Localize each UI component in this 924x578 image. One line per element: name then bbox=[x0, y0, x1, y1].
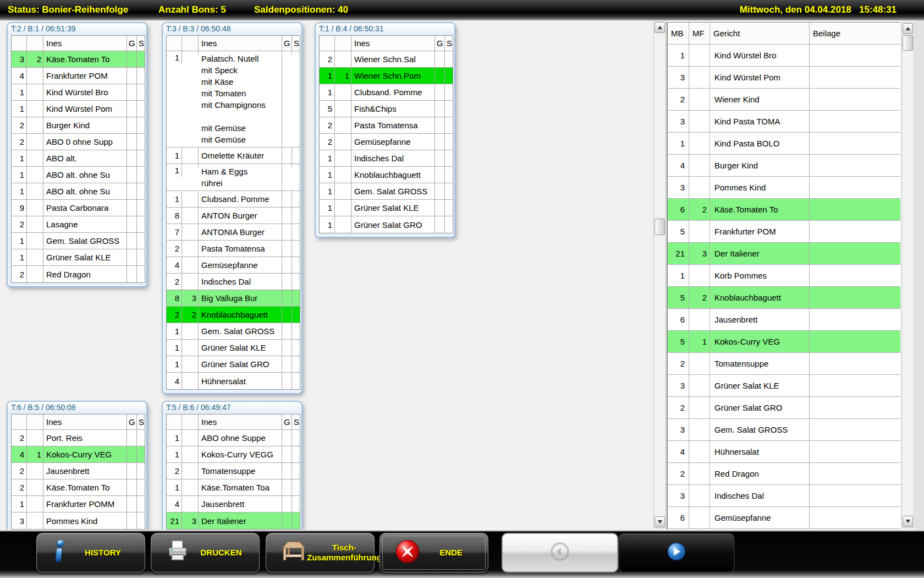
bon-row[interactable]: 4Hühnersalat bbox=[167, 373, 300, 389]
bon-row[interactable]: 1Kind Würstel Bro bbox=[12, 84, 145, 101]
summary-row[interactable]: 4Hühnersalat bbox=[668, 441, 900, 463]
tickets-scrollbar[interactable] bbox=[653, 21, 666, 528]
summary-row[interactable]: 52Knoblauchbaguett bbox=[668, 287, 900, 309]
tickets-scrollbar-thumb[interactable] bbox=[654, 219, 665, 235]
scroll-down-icon[interactable] bbox=[654, 516, 665, 527]
bon-row[interactable]: 8ANTON Burger bbox=[167, 208, 300, 224]
bon-row[interactable]: 1Knoblauchbaguett bbox=[320, 167, 453, 183]
bon-row[interactable]: 1Ham & Eggsrührei bbox=[167, 164, 300, 191]
bon-row[interactable]: 1ABO ohne Suppe bbox=[167, 430, 300, 446]
summary-row[interactable]: 1Kind Pasta BOLO bbox=[668, 133, 900, 155]
summary-row[interactable]: 3Indisches Dal bbox=[668, 485, 900, 507]
summary-row[interactable]: 3Grüner Salat KLE bbox=[668, 375, 900, 397]
bon-row[interactable]: 1Clubsand. Pomme bbox=[320, 84, 453, 101]
bon-row[interactable]: 1ABO alt. bbox=[12, 150, 145, 167]
bon-row[interactable]: 1Grüner Salat KLE bbox=[12, 249, 145, 266]
bon-header-g: G bbox=[127, 36, 137, 51]
bon-row[interactable]: 2Lasagne bbox=[12, 216, 145, 233]
bon-row[interactable]: 2Port. Reis bbox=[12, 430, 145, 446]
bon-window-title[interactable]: T:2 / B:1 / 06:51:39 bbox=[8, 23, 146, 35]
summary-row[interactable]: 6Gemüsepfanne bbox=[668, 507, 900, 529]
summary-row[interactable]: 3Kind Würstel Pom bbox=[668, 67, 900, 89]
previous-bons-button[interactable] bbox=[502, 533, 618, 572]
summary-row[interactable]: 213Der Italiener bbox=[668, 243, 900, 265]
bon-row[interactable]: 1Frankfurter POMM bbox=[12, 496, 145, 512]
bon-row[interactable]: 22Knoblauchbaguett bbox=[167, 307, 300, 323]
summary-row[interactable]: 3Gem. Salat GROSS bbox=[668, 419, 900, 441]
bon-window-title[interactable]: T:3 / B:3 / 06:50:48 bbox=[163, 23, 301, 35]
bon-row[interactable]: 2Gemüsepfanne bbox=[320, 134, 453, 150]
bon-window-title[interactable]: T:1 / B:4 / 06:50:31 bbox=[316, 23, 454, 35]
bon-row[interactable]: 2ABO 0 ohne Supp bbox=[12, 134, 145, 150]
summary-row-beilage bbox=[810, 419, 900, 440]
bon-row[interactable]: 1Grüner Salat GRO bbox=[167, 356, 300, 373]
scroll-up-icon[interactable] bbox=[654, 22, 665, 33]
bon-row[interactable]: 1Kind Würstel Pom bbox=[12, 101, 145, 117]
bon-row[interactable]: 1Palatsch. Nutellmit Speckmit Käsemit To… bbox=[167, 51, 300, 148]
bon-row-qty2 bbox=[182, 164, 199, 167]
summary-row[interactable]: 6Jausenbrett bbox=[668, 309, 900, 331]
summary-scrollbar[interactable] bbox=[901, 22, 914, 528]
bon-row[interactable]: 2Käse.Tomaten To bbox=[12, 479, 145, 496]
bon-row[interactable]: 11Wiener Schn.Pom bbox=[320, 68, 453, 84]
summary-row[interactable]: 2Grüner Salat GRO bbox=[668, 397, 900, 419]
summary-row[interactable]: 3Pommes Kind bbox=[668, 177, 900, 199]
bon-row[interactable]: 213Der Italiener bbox=[167, 512, 300, 529]
summary-row[interactable]: 2Wiener Kind bbox=[668, 89, 900, 111]
bon-row[interactable]: 1Clubsand. Pomme bbox=[167, 191, 300, 208]
scroll-up-icon[interactable] bbox=[903, 23, 913, 34]
tisch-zusammenfuehrung-button[interactable]: Tisch- Zusammenführung bbox=[266, 533, 375, 572]
summary-row[interactable]: 51Kokos-Curry VEG bbox=[668, 331, 900, 353]
next-bons-button[interactable] bbox=[618, 533, 735, 572]
summary-row[interactable]: 2Tomatensuppe bbox=[668, 353, 900, 375]
summary-row[interactable]: 1Korb Pommes bbox=[668, 265, 900, 287]
bon-row[interactable]: 2Pasta Tomatensa bbox=[167, 241, 300, 257]
bon-row[interactable]: 1Käse.Tomaten Toa bbox=[167, 479, 300, 496]
summary-row[interactable]: 3Kind Pasta TOMA bbox=[668, 111, 900, 133]
bon-row[interactable]: 2Pasta Tomatensa bbox=[320, 117, 453, 134]
bon-row[interactable]: 2Jausenbrett bbox=[12, 463, 145, 479]
bon-row[interactable]: 1Gem. Salat GROSS bbox=[320, 183, 453, 200]
bon-row[interactable]: 1Grüner Salat GRO bbox=[320, 216, 453, 233]
bon-window-title[interactable]: T:5 / B:6 / 06:49:47 bbox=[163, 402, 301, 414]
summary-scrollbar-thumb[interactable] bbox=[903, 35, 913, 51]
summary-row[interactable]: 62Käse.Tomaten To bbox=[668, 199, 900, 221]
summary-row[interactable]: 4Burger Kind bbox=[668, 155, 900, 177]
summary-row[interactable]: 2Red Dragon bbox=[668, 463, 900, 485]
summary-row-beilage bbox=[810, 309, 900, 330]
bon-row[interactable]: 2Red Dragon bbox=[12, 266, 145, 282]
bon-row[interactable]: 1Gem. Salat GROSS bbox=[12, 233, 145, 249]
bon-window: T:1 / B:4 / 06:50:31InesGS2Wiener Schn.S… bbox=[315, 22, 455, 238]
bon-row[interactable]: 2Burger Kind bbox=[12, 117, 145, 134]
bon-row[interactable]: 1ABO alt. ohne Su bbox=[12, 167, 145, 183]
bon-row[interactable]: 1ABO alt. ohne Su bbox=[12, 183, 145, 200]
bon-row[interactable]: 5Fish&Chips bbox=[320, 101, 453, 117]
bon-row-qty1: 2 bbox=[12, 479, 27, 495]
bon-row[interactable]: 1Kokos-Curry VEGG bbox=[167, 446, 300, 463]
bon-row[interactable]: 7ANTONIA Burger bbox=[167, 224, 300, 241]
bon-row[interactable]: 1Omelette Kräuter bbox=[167, 148, 300, 164]
bon-row[interactable]: 4Frankfurter POM bbox=[12, 68, 145, 84]
bon-row[interactable]: 2Tomatensuppe bbox=[167, 463, 300, 479]
bon-window-title[interactable]: T:6 / B:5 / 06:50:08 bbox=[8, 402, 146, 414]
bon-row[interactable]: 4Jausenbrett bbox=[167, 496, 300, 512]
bon-row[interactable]: 1Indisches Dal bbox=[320, 150, 453, 167]
bon-row[interactable]: 3Pommes Kind bbox=[12, 512, 145, 529]
bon-row[interactable]: 2Indisches Dal bbox=[167, 274, 300, 290]
bon-row[interactable]: 1Grüner Salat KLE bbox=[320, 200, 453, 216]
bon-row[interactable]: 1Gem. Salat GROSS bbox=[167, 323, 300, 340]
ende-button[interactable]: ENDE bbox=[380, 533, 488, 572]
drucken-button[interactable]: DRUCKEN bbox=[151, 533, 260, 572]
bon-row[interactable]: 4Gemüsepfanne bbox=[167, 257, 300, 274]
history-button[interactable]: HISTORY bbox=[36, 533, 145, 572]
summary-row[interactable]: 5Frankfurter POM bbox=[668, 221, 900, 243]
bon-row[interactable]: 9Pasta Carbonara bbox=[12, 200, 145, 216]
bon-row[interactable]: 32Käse.Tomaten To bbox=[12, 51, 145, 68]
scroll-down-icon[interactable] bbox=[903, 516, 913, 527]
bon-row[interactable]: 2Wiener Schn.Sal bbox=[320, 51, 453, 68]
bon-row[interactable]: 83Big Valluga Bur bbox=[167, 290, 300, 307]
bon-row[interactable]: 1Grüner Salat KLE bbox=[167, 340, 300, 356]
bon-row[interactable]: 41Kokos-Curry VEG bbox=[12, 446, 145, 463]
bon-row-g bbox=[435, 84, 445, 100]
summary-row[interactable]: 1Kind Würstel Bro bbox=[668, 45, 900, 67]
